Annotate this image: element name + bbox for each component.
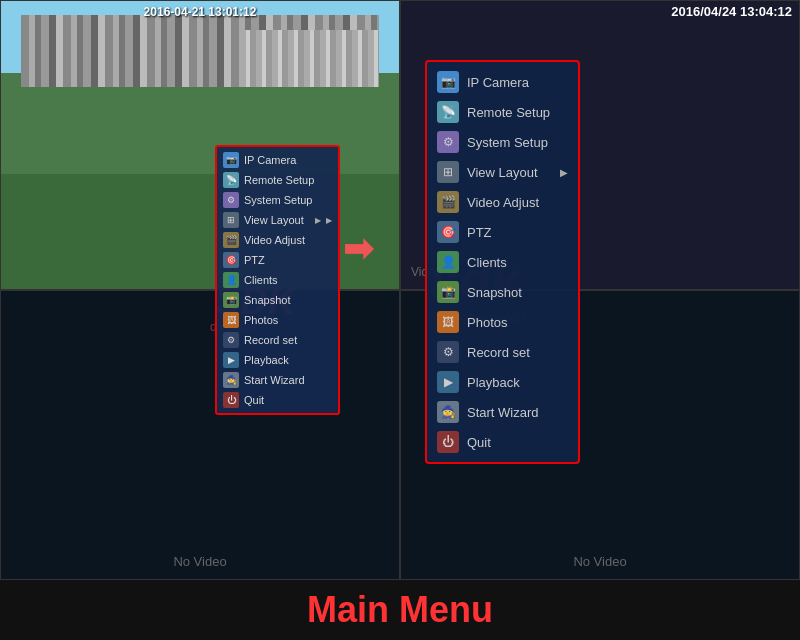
small-menu-label: Record set bbox=[244, 334, 332, 346]
large-menu-label: Record set bbox=[467, 345, 568, 360]
large-menu-item-photos[interactable]: 🖼Photos bbox=[427, 307, 578, 337]
bottom-bar: Main Menu bbox=[0, 580, 800, 640]
icon-record-icon: ⚙ bbox=[223, 332, 239, 348]
small-menu-item-ptz[interactable]: 🎯PTZ bbox=[217, 250, 338, 270]
large-menu-item-playback[interactable]: ▶Playback bbox=[427, 367, 578, 397]
icon-wizard-icon: 🧙 bbox=[223, 372, 239, 388]
large-menu-label: Video Adjust bbox=[467, 195, 568, 210]
small-menu-item-playback[interactable]: ▶Playback bbox=[217, 350, 338, 370]
icon-photos-icon: 🖼 bbox=[223, 312, 239, 328]
icon-ptz-icon: 🎯 bbox=[223, 252, 239, 268]
small-menu-item-snapshot[interactable]: 📸Snapshot bbox=[217, 290, 338, 310]
small-menu-label: Video Adjust bbox=[244, 234, 332, 246]
quadrant-bottom-left: No Video bbox=[0, 290, 400, 580]
quadrant-top-left: 2016-04-21 13:01:12 bbox=[0, 0, 400, 290]
icon-system-large-icon: ⚙ bbox=[437, 131, 459, 153]
large-menu-label: Playback bbox=[467, 375, 568, 390]
large-menu-label: System Setup bbox=[467, 135, 568, 150]
large-menu-item-system-setup[interactable]: ⚙System Setup bbox=[427, 127, 578, 157]
icon-playback-large-icon: ▶ bbox=[437, 371, 459, 393]
small-menu-label: Photos bbox=[244, 314, 332, 326]
small-menu-item-view-layout[interactable]: ⊞View Layout▶ bbox=[217, 210, 338, 230]
icon-photos-large-icon: 🖼 bbox=[437, 311, 459, 333]
small-menu-item-system-setup[interactable]: ⚙System Setup bbox=[217, 190, 338, 210]
small-menu-label: IP Camera bbox=[244, 154, 332, 166]
icon-clients-large-icon: 👤 bbox=[437, 251, 459, 273]
small-menu: 📷IP Camera📡Remote Setup⚙System Setup⊞Vie… bbox=[215, 145, 340, 415]
arrow-indicator: ➡ bbox=[343, 228, 373, 270]
icon-layout-icon: ⊞ bbox=[223, 212, 239, 228]
icon-layout-large-icon: ⊞ bbox=[437, 161, 459, 183]
large-menu-item-record-set[interactable]: ⚙Record set bbox=[427, 337, 578, 367]
small-menu-item-photos[interactable]: 🖼Photos bbox=[217, 310, 338, 330]
icon-wizard-large-icon: 🧙 bbox=[437, 401, 459, 423]
icon-quit-large-icon: ⏻ bbox=[437, 431, 459, 453]
icon-ptz-large-icon: 🎯 bbox=[437, 221, 459, 243]
main-menu-label: Main Menu bbox=[307, 589, 493, 631]
large-menu-item-ip-camera[interactable]: 📷IP Camera bbox=[427, 67, 578, 97]
small-menu-item-ip-camera[interactable]: 📷IP Camera bbox=[217, 150, 338, 170]
small-menu-item-record-set[interactable]: ⚙Record set bbox=[217, 330, 338, 350]
small-menu-item-clients[interactable]: 👤Clients bbox=[217, 270, 338, 290]
icon-system-icon: ⚙ bbox=[223, 192, 239, 208]
large-menu-label: Start Wizard bbox=[467, 405, 568, 420]
large-menu-item-clients[interactable]: 👤Clients bbox=[427, 247, 578, 277]
icon-clients-icon: 👤 bbox=[223, 272, 239, 288]
small-menu-label: Start Wizard bbox=[244, 374, 332, 386]
timestamp-top-right: 2016/04/24 13:04:12 bbox=[671, 4, 792, 19]
large-menu-label: Snapshot bbox=[467, 285, 568, 300]
submenu-arrow-icon: ▶ bbox=[315, 216, 321, 225]
small-menu-label: PTZ bbox=[244, 254, 332, 266]
large-menu-label: Remote Setup bbox=[467, 105, 568, 120]
small-menu-label: Quit bbox=[244, 394, 332, 406]
icon-record-large-icon: ⚙ bbox=[437, 341, 459, 363]
small-menu-label: Playback bbox=[244, 354, 332, 366]
small-menu-label: View Layout bbox=[244, 214, 310, 226]
icon-remote-icon: 📡 bbox=[223, 172, 239, 188]
small-menu-item-remote-setup[interactable]: 📡Remote Setup bbox=[217, 170, 338, 190]
icon-playback-icon: ▶ bbox=[223, 352, 239, 368]
no-video-label-br: No Video bbox=[573, 554, 626, 569]
small-menu-label: Clients bbox=[244, 274, 332, 286]
no-video-label-bl: No Video bbox=[173, 554, 226, 569]
large-menu-item-view-layout[interactable]: ⊞View Layout▶ bbox=[427, 157, 578, 187]
icon-snapshot-icon: 📸 bbox=[223, 292, 239, 308]
large-menu-label: View Layout bbox=[467, 165, 552, 180]
small-menu-label: System Setup bbox=[244, 194, 332, 206]
large-menu-item-ptz[interactable]: 🎯PTZ bbox=[427, 217, 578, 247]
large-menu-label: Quit bbox=[467, 435, 568, 450]
large-menu-item-start-wizard[interactable]: 🧙Start Wizard bbox=[427, 397, 578, 427]
icon-remote-large-icon: 📡 bbox=[437, 101, 459, 123]
large-menu-label: PTZ bbox=[467, 225, 568, 240]
large-menu: 📷IP Camera📡Remote Setup⚙System Setup⊞Vie… bbox=[425, 60, 580, 464]
icon-quit-icon: ⏻ bbox=[223, 392, 239, 408]
large-menu-item-video-adjust[interactable]: 🎬Video Adjust bbox=[427, 187, 578, 217]
large-menu-item-quit[interactable]: ⏻Quit bbox=[427, 427, 578, 457]
timestamp-top-left: 2016-04-21 13:01:12 bbox=[144, 5, 257, 19]
large-menu-item-remote-setup[interactable]: 📡Remote Setup bbox=[427, 97, 578, 127]
small-menu-item-video-adjust[interactable]: 🎬Video Adjust bbox=[217, 230, 338, 250]
icon-video-large-icon: 🎬 bbox=[437, 191, 459, 213]
icon-video-icon: 🎬 bbox=[223, 232, 239, 248]
icon-camera-large-icon: 📷 bbox=[437, 71, 459, 93]
large-menu-label: IP Camera bbox=[467, 75, 568, 90]
small-menu-item-quit[interactable]: ⏻Quit bbox=[217, 390, 338, 410]
small-menu-label: Snapshot bbox=[244, 294, 332, 306]
icon-camera-icon: 📷 bbox=[223, 152, 239, 168]
large-menu-item-snapshot[interactable]: 📸Snapshot bbox=[427, 277, 578, 307]
small-menu-label: Remote Setup bbox=[244, 174, 332, 186]
large-menu-label: Photos bbox=[467, 315, 568, 330]
large-menu-label: Clients bbox=[467, 255, 568, 270]
quadrant-grid: 2016-04-21 13:01:12 Video No Video No Vi… bbox=[0, 0, 800, 580]
large-submenu-arrow-icon: ▶ bbox=[560, 167, 568, 178]
icon-snapshot-large-icon: 📸 bbox=[437, 281, 459, 303]
small-menu-item-start-wizard[interactable]: 🧙Start Wizard bbox=[217, 370, 338, 390]
